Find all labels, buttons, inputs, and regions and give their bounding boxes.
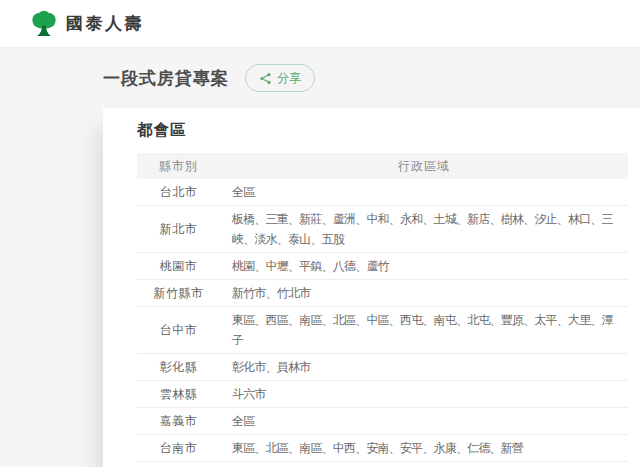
page-title: 一段式房貸專案 <box>103 67 229 90</box>
table-row: 新北市板橋、三重、新莊、蘆洲、中和、永和、土城、新店、樹林、汐止、林口、三峽、淡… <box>137 206 628 253</box>
county-cell: 新北市 <box>137 206 220 253</box>
brand-name: 國泰人壽 <box>66 12 144 35</box>
table-row: 嘉義市全區 <box>137 408 628 435</box>
share-icon <box>259 72 272 85</box>
county-cell: 嘉義市 <box>137 408 220 435</box>
content-card: 都會區 縣市別 行政區域 台北市全區新北市板橋、三重、新莊、蘆洲、中和、永和、土… <box>103 108 640 467</box>
districts-cell: 板橋、三重、新莊、蘆洲、中和、永和、土城、新店、樹林、汐止、林口、三峽、淡水、泰… <box>220 206 628 253</box>
table-body: 台北市全區新北市板橋、三重、新莊、蘆洲、中和、永和、土城、新店、樹林、汐止、林口… <box>137 179 628 467</box>
table-row: 新竹縣市新竹市、竹北市 <box>137 280 628 307</box>
districts-cell: 桃園、中壢、平鎮、八德、蘆竹 <box>220 253 628 280</box>
districts-cell: 新竹市、竹北市 <box>220 280 628 307</box>
county-cell: 雲林縣 <box>137 381 220 408</box>
districts-cell: 東區、西區、南區、北區、中區、西屯、南屯、北屯、豐原、太平、大里、潭子 <box>220 307 628 354</box>
county-cell: 台南市 <box>137 435 220 462</box>
title-band: 一段式房貸專案 分享 <box>0 48 640 108</box>
table-row: 桃園市桃園、中壢、平鎮、八德、蘆竹 <box>137 253 628 280</box>
districts-table: 縣市別 行政區域 台北市全區新北市板橋、三重、新莊、蘆洲、中和、永和、土城、新店… <box>137 153 628 467</box>
districts-cell: 彰化市、員林市 <box>220 354 628 381</box>
share-label: 分享 <box>277 72 301 84</box>
county-cell: 桃園市 <box>137 253 220 280</box>
share-button[interactable]: 分享 <box>245 64 315 92</box>
table-header-row: 縣市別 行政區域 <box>137 153 628 179</box>
table-row: 台中市東區、西區、南區、北區、中區、西屯、南屯、北屯、豐原、太平、大里、潭子 <box>137 307 628 354</box>
table-row: 台南市東區、北區、南區、中西、安南、安平、永康、仁德、新營 <box>137 435 628 462</box>
county-cell: 台中市 <box>137 307 220 354</box>
brand-logo[interactable]: 國泰人壽 <box>30 10 144 38</box>
column-header-county: 縣市別 <box>137 153 220 179</box>
app-header: 國泰人壽 <box>0 0 640 48</box>
table-row: 高雄市前金、鼓山、左營、新興、楠梓、三民、苓雅、鹽埕、前鎮、鳳山、旗津、小港 <box>137 462 628 467</box>
districts-cell: 斗六市 <box>220 381 628 408</box>
tree-icon <box>30 10 58 38</box>
table-row: 彰化縣彰化市、員林市 <box>137 354 628 381</box>
districts-cell: 東區、北區、南區、中西、安南、安平、永康、仁德、新營 <box>220 435 628 462</box>
districts-cell: 全區 <box>220 408 628 435</box>
county-cell: 台北市 <box>137 179 220 206</box>
county-cell: 彰化縣 <box>137 354 220 381</box>
section-title: 都會區 <box>137 120 628 141</box>
districts-cell: 全區 <box>220 179 628 206</box>
column-header-districts: 行政區域 <box>220 153 628 179</box>
county-cell: 高雄市 <box>137 462 220 467</box>
districts-cell: 前金、鼓山、左營、新興、楠梓、三民、苓雅、鹽埕、前鎮、鳳山、旗津、小港 <box>220 462 628 467</box>
table-row: 雲林縣斗六市 <box>137 381 628 408</box>
county-cell: 新竹縣市 <box>137 280 220 307</box>
table-row: 台北市全區 <box>137 179 628 206</box>
